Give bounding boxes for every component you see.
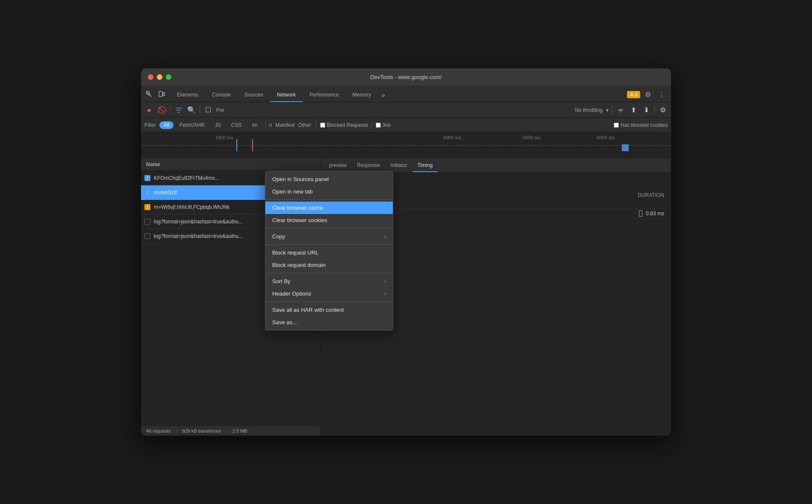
tab-elements[interactable]: Elements <box>170 88 205 102</box>
timeline-label-4000: 4000 ms <box>443 135 461 140</box>
toolbar-divider-1 <box>170 106 171 114</box>
device-icon[interactable] <box>156 89 167 100</box>
filter-chip-img[interactable]: Im <box>247 121 262 129</box>
request-icon-4 <box>144 233 150 239</box>
timeline-bar-blue <box>236 139 237 151</box>
menu-item-sort-by[interactable]: Sort By › <box>265 275 393 287</box>
tab-bar-icons <box>144 89 167 102</box>
queueing-bar-container: 0.83 ms <box>635 211 664 217</box>
detail-tab-timing[interactable]: Timing <box>412 159 438 172</box>
upload-icon[interactable]: ⬆ <box>629 105 638 115</box>
filter-chip-n: n <box>269 122 272 128</box>
filter-chip-all[interactable]: All <box>159 121 174 129</box>
filter-button[interactable] <box>174 105 183 115</box>
queueing-bar <box>639 211 642 217</box>
menu-separator-5 <box>265 302 393 302</box>
search-button[interactable]: 🔍 <box>187 105 196 115</box>
timeline-label-1000: 1000 ms <box>215 135 233 140</box>
menu-item-header-options[interactable]: Header Options › <box>265 287 393 300</box>
duration-column-label: DURATION <box>638 192 664 207</box>
total-size: 2.5 MB <box>232 428 247 434</box>
tab-bar: Elements Console Sources Network Perform… <box>141 85 671 103</box>
tab-network[interactable]: Network <box>270 88 303 102</box>
maximize-button[interactable] <box>166 74 171 80</box>
tab-memory[interactable]: Memory <box>346 88 378 102</box>
detail-tab-initiator[interactable]: Initiator <box>385 159 412 172</box>
menu-item-save-as[interactable]: Save as... <box>265 316 393 328</box>
request-icon-0: f <box>144 175 150 181</box>
context-menu: Open in Sources panel Open in new tab Cl… <box>265 171 393 331</box>
network-settings-icon[interactable]: ⚙ <box>658 105 668 115</box>
wifi-icon[interactable] <box>616 105 625 115</box>
blocked-requests-checkbox[interactable]: Blocked Requests <box>320 122 368 128</box>
clear-button[interactable]: 🚫 <box>157 105 167 115</box>
requests-header: Name <box>141 158 320 171</box>
detail-tab-preview[interactable]: preview <box>324 159 352 172</box>
detail-tab-response[interactable]: Response <box>352 159 385 172</box>
throttle-label: No throttling <box>575 107 603 113</box>
timeline-block <box>622 144 629 151</box>
close-button[interactable] <box>148 74 153 80</box>
traffic-lights <box>148 74 171 80</box>
status-bar: 46 requests | 929 kB transferred | 2.5 M… <box>141 425 320 436</box>
tab-sources[interactable]: Sources <box>238 88 270 102</box>
toolbar-divider-2 <box>200 106 200 114</box>
menu-item-clear-cookies[interactable]: Clear browser cookies <box>265 214 393 226</box>
tab-console[interactable]: Console <box>205 88 238 102</box>
tab-more-button[interactable]: » <box>378 88 388 102</box>
request-icon-2: ! <box>144 204 150 210</box>
download-icon[interactable]: ⬇ <box>641 105 651 115</box>
menu-item-open-new-tab[interactable]: Open in new tab <box>265 185 393 198</box>
menu-item-save-har[interactable]: Save all as HAR with content <box>265 304 393 316</box>
third-party-checkbox[interactable]: 3rd- <box>376 122 391 128</box>
filter-chip-manifest: Manifest <box>275 122 294 128</box>
menu-separator-1 <box>265 199 393 200</box>
record-button[interactable]: ● <box>144 105 154 115</box>
more-options-icon[interactable]: ⋮ <box>656 88 668 100</box>
filter-chip-js[interactable]: JS <box>211 121 225 129</box>
filter-chip-other: Other <box>298 122 311 128</box>
minimize-button[interactable] <box>157 74 162 80</box>
requests-count: 46 requests <box>146 428 171 434</box>
tab-bar-right: ⚠ 1 ⚙ ⋮ <box>627 88 668 102</box>
menu-item-clear-cache[interactable]: Clear browser cache <box>265 202 393 214</box>
menu-item-block-url[interactable]: Block request URL <box>265 246 393 259</box>
notification-badge: ⚠ 1 <box>627 91 640 98</box>
filter-divider-1 <box>265 121 266 129</box>
svg-rect-1 <box>159 91 162 97</box>
timeline-dashes <box>141 145 671 146</box>
menu-item-copy[interactable]: Copy › <box>265 230 393 243</box>
request-icon-3 <box>144 219 150 225</box>
checkbox-preserve[interactable]: ☐ <box>203 105 213 115</box>
settings-icon[interactable]: ⚙ <box>642 88 654 100</box>
toolbar-divider-3 <box>612 106 612 114</box>
filter-divider-3 <box>372 121 372 129</box>
preserve-label: Pre <box>216 107 224 113</box>
filter-bar: Filter All Fetch/XHR JS CSS Im n Manifes… <box>141 118 671 132</box>
has-blocked-cookies-checkbox[interactable]: Has blocked cookies <box>614 122 668 128</box>
network-toolbar: ● 🚫 🔍 ☐ Pre No throttling ▾ ⬆ ⬇ ⚙ <box>141 103 671 118</box>
filter-chip-css[interactable]: CSS <box>227 121 246 129</box>
filter-divider-2 <box>316 121 317 129</box>
header-options-arrow-icon: › <box>384 291 386 297</box>
detail-tabs: preview Response Initiator Timing <box>321 158 671 173</box>
window-title: DevTools - www.google.com/ <box>371 74 442 80</box>
filter-label: Filter <box>144 122 156 128</box>
timeline-area: 1000 ms 4000 ms 5000 ms 6000 ms <box>141 132 671 158</box>
title-bar: DevTools - www.google.com/ <box>141 68 671 85</box>
svg-rect-2 <box>163 93 165 96</box>
queueing-duration: 0.83 ms <box>646 211 664 217</box>
filter-chip-xhr[interactable]: Fetch/XHR <box>175 121 209 129</box>
devtools-window: DevTools - www.google.com/ Elements Cons… <box>141 68 671 436</box>
request-icon-1: f <box>144 190 150 196</box>
menu-separator-2 <box>265 228 393 229</box>
menu-item-open-sources[interactable]: Open in Sources panel <box>265 173 393 185</box>
menu-item-block-domain[interactable]: Block request domain <box>265 259 393 271</box>
sort-by-arrow-icon: › <box>384 278 386 284</box>
timeline-bar-red <box>252 139 253 151</box>
inspect-icon[interactable] <box>144 89 155 100</box>
menu-separator-3 <box>265 244 393 245</box>
transferred-size: 929 kB transferred <box>182 428 221 434</box>
tab-performance[interactable]: Performance <box>303 88 346 102</box>
devtools-body: Elements Console Sources Network Perform… <box>141 85 671 436</box>
